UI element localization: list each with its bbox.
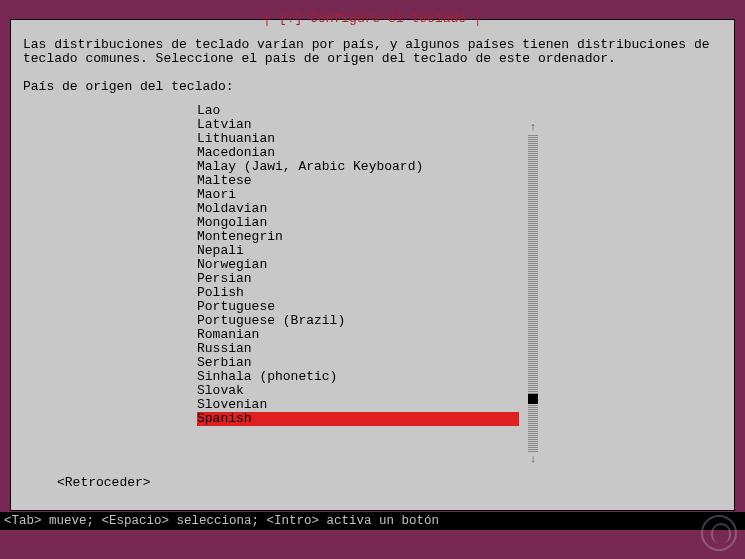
back-button[interactable]: <Retroceder>: [57, 476, 151, 490]
list-item[interactable]: Sinhala (phonetic): [197, 370, 547, 384]
list-scrollbar[interactable]: ↑ ↓: [527, 120, 539, 468]
list-item[interactable]: Slovak: [197, 384, 547, 398]
list-item[interactable]: Maltese: [197, 174, 547, 188]
prompt-label: País de origen del teclado:: [23, 80, 722, 94]
list-item[interactable]: Persian: [197, 272, 547, 286]
list-item[interactable]: Serbian: [197, 356, 547, 370]
list-item[interactable]: Lao: [197, 104, 547, 118]
scroll-thumb[interactable]: [528, 394, 538, 404]
list-item[interactable]: Malay (Jawi, Arabic Keyboard): [197, 160, 547, 174]
list-item[interactable]: Slovenian: [197, 398, 547, 412]
list-item[interactable]: Lithuanian: [197, 132, 547, 146]
list-item[interactable]: Maori: [197, 188, 547, 202]
scroll-down-arrow-icon[interactable]: ↓: [527, 452, 539, 466]
list-item[interactable]: Mongolian: [197, 216, 547, 230]
scroll-track-upper[interactable]: [528, 134, 538, 394]
list-item[interactable]: Spanish: [197, 412, 519, 426]
list-item[interactable]: Polish: [197, 286, 547, 300]
intro-text: Las distribuciones de teclado varían por…: [23, 38, 722, 66]
scroll-track-lower[interactable]: [528, 404, 538, 452]
list-item[interactable]: Latvian: [197, 118, 547, 132]
list-item[interactable]: Norwegian: [197, 258, 547, 272]
list-item[interactable]: Russian: [197, 342, 547, 356]
dialog-content: Las distribuciones de teclado varían por…: [11, 20, 734, 426]
scroll-up-arrow-icon[interactable]: ↑: [527, 120, 539, 134]
help-bar: <Tab> mueve; <Espacio> selecciona; <Intr…: [0, 512, 745, 530]
list-item[interactable]: Romanian: [197, 328, 547, 342]
list-item[interactable]: Macedonian: [197, 146, 547, 160]
list-item[interactable]: Portuguese: [197, 300, 547, 314]
list-item[interactable]: Nepali: [197, 244, 547, 258]
list-item[interactable]: Montenegrin: [197, 230, 547, 244]
list-item[interactable]: Moldavian: [197, 202, 547, 216]
country-list[interactable]: LaoLatvianLithuanianMacedonianMalay (Jaw…: [197, 104, 547, 426]
dialog-title: ┤ [!] Configure el teclado ├: [11, 12, 734, 26]
watermark-icon: [701, 515, 737, 551]
list-item[interactable]: Portuguese (Brazil): [197, 314, 547, 328]
keyboard-config-dialog: ┤ [!] Configure el teclado ├ Las distrib…: [10, 19, 735, 511]
